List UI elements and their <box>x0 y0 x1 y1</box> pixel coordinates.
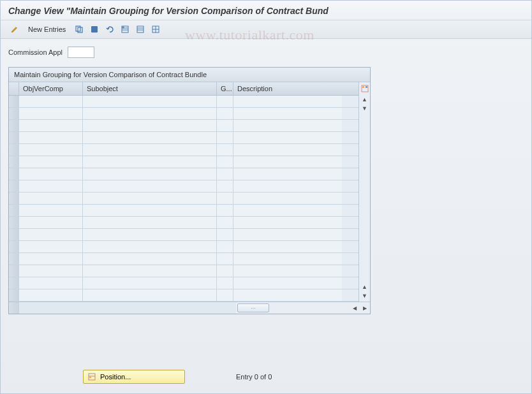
table-row[interactable] <box>9 144 358 156</box>
cell-description[interactable] <box>233 132 342 143</box>
table-row[interactable] <box>9 193 358 205</box>
table-row[interactable] <box>9 241 358 253</box>
cell-subobject[interactable] <box>83 96 217 107</box>
row-selector[interactable] <box>9 120 19 131</box>
cell-subobject[interactable] <box>83 217 217 228</box>
table-row[interactable] <box>9 277 358 289</box>
row-selector[interactable] <box>9 108 19 119</box>
cell-g[interactable] <box>217 229 233 240</box>
cell-objvercomp[interactable] <box>19 253 83 265</box>
cell-objvercomp[interactable] <box>19 156 83 168</box>
hscroll-handle[interactable]: ⋯ <box>237 303 269 312</box>
cell-g[interactable] <box>217 96 233 107</box>
cell-objvercomp[interactable] <box>19 168 83 180</box>
cell-description[interactable] <box>233 108 342 119</box>
row-selector[interactable] <box>9 253 19 265</box>
cell-description[interactable] <box>233 144 342 156</box>
row-selector[interactable] <box>9 193 19 204</box>
cell-subobject[interactable] <box>83 120 217 131</box>
cell-g[interactable] <box>217 241 233 252</box>
position-button[interactable]: Position... <box>83 370 185 384</box>
cell-g[interactable] <box>217 180 233 192</box>
cell-objvercomp[interactable] <box>19 241 83 252</box>
cell-subobject[interactable] <box>83 205 217 216</box>
cell-description[interactable] <box>233 168 342 180</box>
cell-g[interactable] <box>217 132 233 143</box>
row-selector[interactable] <box>9 229 19 240</box>
scroll-down-small-icon[interactable]: ▼ <box>359 104 370 113</box>
cell-g[interactable] <box>217 265 233 277</box>
cell-description[interactable] <box>233 241 342 252</box>
table-row[interactable] <box>9 253 358 265</box>
cell-objvercomp[interactable] <box>19 180 83 192</box>
cell-description[interactable] <box>233 277 342 289</box>
table-row[interactable] <box>9 217 358 229</box>
deselect-all-icon[interactable] <box>134 23 147 36</box>
cell-g[interactable] <box>217 108 233 119</box>
row-selector[interactable] <box>9 289 19 301</box>
row-selector-header[interactable] <box>9 82 19 95</box>
cell-subobject[interactable] <box>83 229 217 240</box>
cell-subobject[interactable] <box>83 277 217 289</box>
row-selector[interactable] <box>9 180 19 192</box>
cell-objvercomp[interactable] <box>19 277 83 289</box>
cell-objvercomp[interactable] <box>19 144 83 156</box>
cell-subobject[interactable] <box>83 108 217 119</box>
row-selector[interactable] <box>9 205 19 216</box>
toggle-edit-icon[interactable] <box>8 23 21 36</box>
cell-g[interactable] <box>217 205 233 216</box>
col-header-subobject[interactable]: Subobject <box>83 82 217 95</box>
table-row[interactable] <box>9 156 358 168</box>
cell-subobject[interactable] <box>83 180 217 192</box>
table-row[interactable] <box>9 96 358 108</box>
table-row[interactable] <box>9 180 358 193</box>
cell-objvercomp[interactable] <box>19 265 83 277</box>
row-selector[interactable] <box>9 96 19 107</box>
row-selector[interactable] <box>9 217 19 228</box>
row-selector[interactable] <box>9 265 19 277</box>
cell-objvercomp[interactable] <box>19 205 83 216</box>
cell-description[interactable] <box>233 265 342 277</box>
cell-objvercomp[interactable] <box>19 132 83 143</box>
cell-objvercomp[interactable] <box>19 120 83 131</box>
select-all-icon[interactable] <box>119 23 131 36</box>
vertical-scrollbar[interactable]: ▲ ▼ ▲ ▼ <box>358 82 370 302</box>
cell-subobject[interactable] <box>83 265 217 277</box>
row-selector[interactable] <box>9 144 19 156</box>
cell-g[interactable] <box>217 120 233 131</box>
cell-description[interactable] <box>233 96 342 107</box>
cell-subobject[interactable] <box>83 156 217 168</box>
cell-subobject[interactable] <box>83 132 217 143</box>
col-header-description[interactable]: Description <box>233 82 342 95</box>
cell-g[interactable] <box>217 217 233 228</box>
cell-objvercomp[interactable] <box>19 217 83 228</box>
table-row[interactable] <box>9 265 358 277</box>
col-header-objvercomp[interactable]: ObjVerComp <box>19 82 83 95</box>
cell-subobject[interactable] <box>83 144 217 156</box>
table-row[interactable] <box>9 229 358 241</box>
table-config-icon[interactable] <box>359 84 371 95</box>
table-row[interactable] <box>9 289 358 302</box>
cell-objvercomp[interactable] <box>19 96 83 107</box>
cell-objvercomp[interactable] <box>19 193 83 204</box>
cell-g[interactable] <box>217 277 233 289</box>
undo-icon[interactable] <box>103 23 116 36</box>
cell-description[interactable] <box>233 253 342 265</box>
col-header-g[interactable]: G... <box>217 82 233 95</box>
cell-subobject[interactable] <box>83 289 217 301</box>
config-icon[interactable] <box>149 23 162 36</box>
cell-description[interactable] <box>233 205 342 216</box>
cell-g[interactable] <box>217 193 233 204</box>
cell-g[interactable] <box>217 168 233 180</box>
cell-g[interactable] <box>217 253 233 265</box>
cell-subobject[interactable] <box>83 168 217 180</box>
save-icon[interactable] <box>88 23 101 36</box>
scroll-down-icon[interactable]: ▼ <box>359 291 370 300</box>
cell-objvercomp[interactable] <box>19 229 83 240</box>
scroll-up-small-icon[interactable]: ▲ <box>359 282 370 291</box>
cell-description[interactable] <box>233 120 342 131</box>
cell-objvercomp[interactable] <box>19 108 83 119</box>
cell-g[interactable] <box>217 144 233 156</box>
table-row[interactable] <box>9 168 358 180</box>
commission-appl-input[interactable] <box>68 47 94 58</box>
